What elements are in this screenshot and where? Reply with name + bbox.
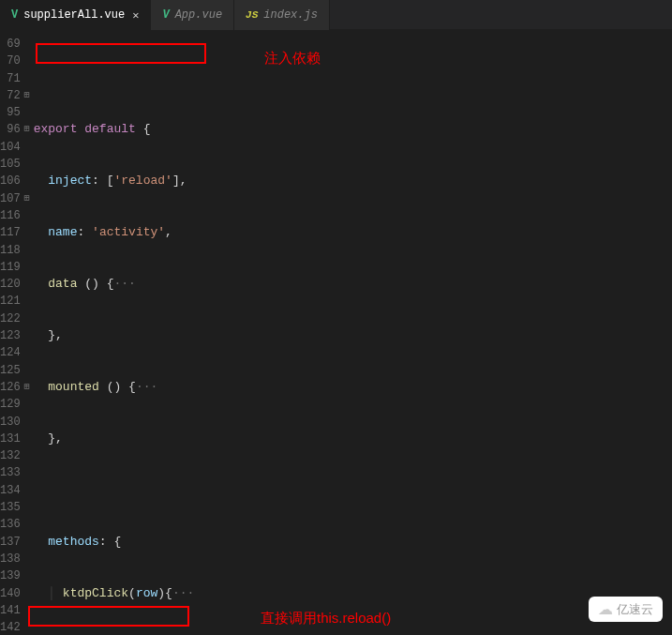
line-number: 142 [0,619,21,635]
vue-icon: V [162,8,169,22]
line-number: 120 [0,276,21,293]
line-number: 106 [0,173,21,189]
line-number: 133 [0,464,21,481]
line-number: 71 [0,70,21,87]
line-number: 70 [0,53,21,69]
tab-label: supplierAll.vue [23,8,125,22]
line-number: 124 [0,344,21,361]
code-area[interactable]: export default { inject: ['reload'], nam… [30,30,672,635]
tab-bar: V supplierAll.vue ✕ V App.vue JS index.j… [0,0,672,30]
line-number: 140 [0,585,21,602]
tab-app[interactable]: V App.vue [151,0,234,30]
line-number: 105 [0,156,21,173]
line-number: 69 [0,36,21,53]
line-number: 117 [0,224,21,241]
line-number: 104 [0,139,21,156]
line-number: 131 [0,431,21,447]
highlight-box-inject [36,43,206,64]
line-number: 95 [0,104,21,121]
line-number: 137 [0,534,21,551]
line-number: 141 [0,602,21,619]
line-number: 130 [0,414,21,431]
watermark-text: 亿速云 [617,601,653,618]
vue-icon: V [11,8,18,22]
watermark: ☁ 亿速云 [589,597,663,622]
close-icon[interactable]: ✕ [132,8,139,23]
tab-supplierall[interactable]: V supplierAll.vue ✕ [0,0,151,30]
line-number: 138 [0,551,21,567]
line-number: 134 [0,482,21,499]
line-number: 121 [0,293,21,310]
line-number: 119 [0,259,21,276]
line-number: 123 [0,327,21,344]
tab-label: App.vue [175,8,222,22]
tab-index[interactable]: JS index.js [234,0,330,30]
line-number: 122 [0,310,21,327]
line-number: 96 [0,121,21,138]
line-number: 116 [0,207,21,224]
line-number: 118 [0,242,21,259]
editor: 6970717295961041051061071161171181191201… [0,30,672,635]
cloud-icon: ☁ [598,600,613,618]
line-number-gutter: 6970717295961041051061071161171181191201… [0,30,24,635]
line-number: 125 [0,362,21,379]
line-number: 132 [0,447,21,464]
line-number: 135 [0,499,21,516]
line-number: 129 [0,396,21,413]
line-number: 107 [0,190,21,207]
highlight-box-reload [28,606,189,627]
tab-label: index.js [263,8,318,22]
line-number: 126 [0,379,21,396]
line-number: 136 [0,516,21,533]
line-number: 139 [0,567,21,584]
line-number: 72 [0,87,21,104]
js-icon: JS [246,9,258,21]
